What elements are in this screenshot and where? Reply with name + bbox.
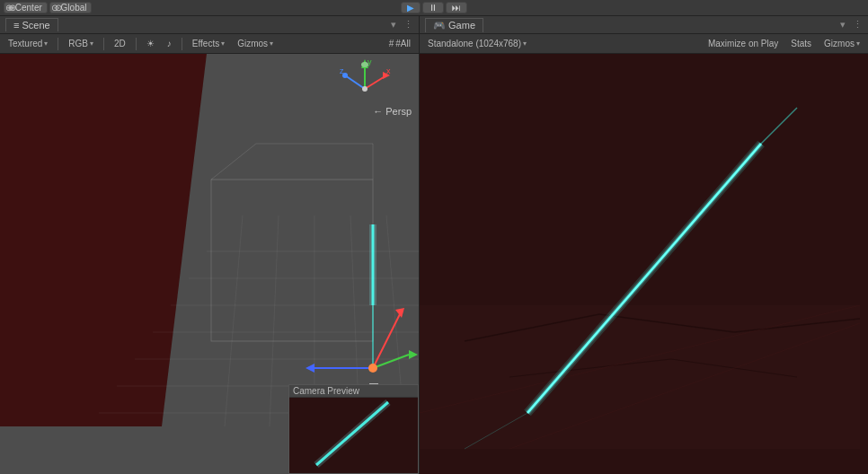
game-panel-collapse[interactable]: ▾ — [840, 19, 846, 31]
scene-tab-icon: ≡ — [13, 20, 19, 31]
svg-point-38 — [362, 86, 368, 92]
svg-point-39 — [361, 62, 368, 67]
maximize-on-play[interactable]: Maximize on Play — [704, 37, 783, 50]
scene-tab[interactable]: ≡ Scene — [5, 18, 58, 31]
pause-icon: ⏸ — [429, 3, 438, 13]
game-viewport[interactable] — [420, 54, 868, 474]
shading-dropdown-arrow: ▾ — [44, 40, 48, 48]
audio-toggle[interactable]: ♪ — [163, 37, 176, 50]
resolution-dropdown-arrow: ▾ — [523, 40, 527, 48]
gizmo[interactable]: y z x — [338, 57, 392, 111]
scene-toolbar: Textured ▾ RGB ▾ 2D ☀ ♪ Effects ▾ — [0, 34, 419, 54]
rgb-dropdown-arrow: ▾ — [90, 40, 93, 48]
svg-line-32 — [345, 75, 365, 89]
camera-preview-header: Camera Preview — [289, 385, 418, 398]
play-button[interactable]: ▶ — [401, 2, 421, 13]
camera-preview-label: Camera Preview — [293, 386, 359, 396]
svg-marker-23 — [395, 308, 404, 318]
all-label: #All — [395, 39, 411, 48]
play-icon: ▶ — [407, 3, 414, 13]
effects-dropdown-arrow: ▾ — [221, 40, 225, 48]
toolbar-sep-3 — [136, 38, 137, 50]
lighting-toggle[interactable]: ☀ — [142, 37, 159, 50]
svg-rect-13 — [211, 180, 373, 341]
pause-button[interactable]: ⏸ — [422, 2, 444, 13]
shading-dropdown[interactable]: Textured ▾ — [4, 37, 52, 50]
game-gizmos-dropdown[interactable]: Gizmos ▾ — [819, 37, 864, 50]
svg-line-8 — [225, 215, 243, 426]
lighting-icon: ☀ — [146, 39, 155, 48]
scene-panel-header: ≡ Scene ▾ ⋮ — [0, 16, 419, 34]
step-button[interactable]: ⏭ — [446, 2, 467, 13]
global-label: ⊙ Global — [51, 3, 87, 13]
scene-viewport[interactable]: ← Persp y z x — [0, 54, 419, 474]
audio-icon: ♪ — [167, 39, 172, 48]
2d-toggle[interactable]: 2D — [110, 37, 130, 50]
rgb-dropdown[interactable]: RGB ▾ — [64, 37, 98, 50]
effects-dropdown[interactable]: Effects ▾ — [188, 37, 229, 50]
step-icon: ⏭ — [452, 3, 461, 13]
gizmos-dropdown-arrow: ▾ — [270, 40, 273, 48]
svg-marker-21 — [306, 364, 314, 373]
game-panel: 🎮 Game ▾ ⋮ Standalone (1024x768) ▾ Maxim… — [420, 16, 868, 474]
main-area: ≡ Scene ▾ ⋮ Textured ▾ RGB ▾ 2D — [0, 16, 868, 474]
svg-marker-0 — [0, 54, 207, 426]
camera-preview: Camera Preview — [288, 384, 419, 474]
stats-label: Stats — [791, 39, 811, 48]
toolbar-sep-2 — [103, 38, 104, 50]
svg-text:x: x — [386, 66, 391, 75]
scene-panel-collapse[interactable]: ▾ — [391, 19, 396, 31]
stats-button[interactable]: Stats — [786, 37, 816, 50]
rgb-label: RGB — [68, 39, 88, 48]
scene-panel: ≡ Scene ▾ ⋮ Textured ▾ RGB ▾ 2D — [0, 16, 420, 474]
all-dropdown[interactable]: # #All — [385, 37, 415, 50]
camera-preview-svg — [289, 398, 418, 471]
gizmos-label: Gizmos — [237, 39, 268, 48]
resolution-label: Standalone (1024x768) — [428, 39, 521, 48]
center-label: ⊕ Center — [5, 3, 42, 13]
game-tab-icon: 🎮 — [433, 20, 446, 31]
svg-text:z: z — [340, 66, 344, 75]
game-gizmos-label: Gizmos — [824, 39, 855, 48]
game-tab[interactable]: 🎮 Game — [425, 18, 483, 32]
camera-preview-viewport — [289, 398, 418, 471]
center-button[interactable]: ⊕ ⊕ Center — [4, 2, 48, 13]
game-gizmos-dropdown-arrow: ▾ — [856, 40, 860, 48]
toolbar-sep-4 — [182, 38, 182, 50]
maximize-label: Maximize on Play — [708, 39, 778, 48]
effects-label: Effects — [192, 39, 219, 48]
svg-marker-25 — [409, 350, 418, 359]
game-panel-header: 🎮 Game ▾ ⋮ — [420, 16, 868, 34]
game-toolbar: Standalone (1024x768) ▾ Maximize on Play… — [420, 34, 868, 54]
global-button[interactable]: ⊙ ⊙ Global — [49, 2, 93, 13]
shading-label: Textured — [8, 39, 42, 48]
all-hash: # — [389, 39, 394, 48]
scene-tab-label: Scene — [22, 20, 49, 31]
game-scene-svg — [420, 54, 868, 474]
gizmos-dropdown[interactable]: Gizmos ▾ — [233, 37, 278, 50]
top-toolbar: ⊕ ⊕ Center ⊙ ⊙ Global ▶ ⏸ ⏭ — [0, 0, 868, 16]
svg-line-9 — [270, 215, 279, 426]
svg-point-26 — [368, 364, 377, 373]
scene-panel-more[interactable]: ⋮ — [403, 19, 413, 31]
svg-line-14 — [211, 144, 256, 180]
toolbar-sep-1 — [58, 38, 58, 50]
gizmo-svg: y z x — [338, 57, 392, 111]
resolution-dropdown[interactable]: Standalone (1024x768) ▾ — [423, 37, 531, 50]
game-tab-label: Game — [448, 20, 475, 31]
game-panel-more[interactable]: ⋮ — [853, 19, 863, 31]
2d-label: 2D — [114, 39, 126, 48]
